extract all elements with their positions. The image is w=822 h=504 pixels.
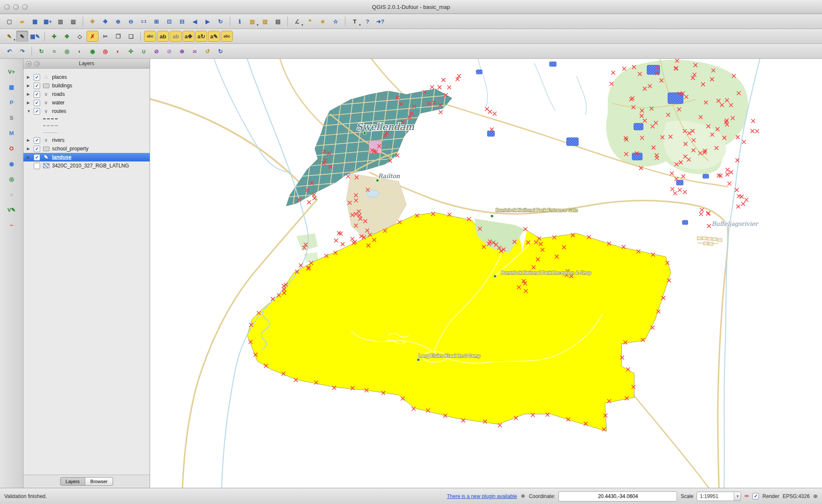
deselect-features-button[interactable]: ▧ — [259, 16, 271, 27]
rotate-point-symbols-button[interactable]: ↺ — [202, 46, 214, 57]
minimize-button[interactable] — [13, 4, 19, 10]
add-wms-layer-button[interactable]: ◉ — [5, 158, 18, 170]
pan-to-selection-button[interactable]: ✥ — [99, 16, 111, 27]
node-tool-button[interactable]: ◇ — [74, 31, 86, 42]
add-part-button[interactable]: ◐ — [74, 46, 86, 57]
rotate-feature-button[interactable]: ↻ — [35, 46, 47, 57]
cut-features-button[interactable]: ✂ — [99, 31, 111, 42]
select-features-button[interactable]: ▨▾ — [246, 16, 258, 27]
tab-browser[interactable]: Browser — [85, 477, 113, 486]
scale-combo[interactable]: 1:19951 ▾ — [697, 492, 741, 501]
add-spatialite-layer-button[interactable]: S — [5, 112, 18, 124]
expand-arrow-icon[interactable]: ▶ — [27, 84, 31, 88]
new-print-composer-button[interactable]: ▥ — [55, 16, 67, 27]
layer-item-roads[interactable]: ▶✓∨roads — [23, 90, 150, 98]
zoom-to-layer-button[interactable]: ⊟ — [176, 16, 188, 27]
render-checkbox[interactable]: ✓ — [753, 493, 759, 499]
stop-map-drawing-icon[interactable]: ✏ — [744, 493, 749, 499]
map-tips-button[interactable]: ❝ — [304, 16, 316, 27]
merge-attributes-button[interactable]: ≍ — [189, 46, 201, 57]
layer-visibility-checkbox[interactable]: ✓ — [34, 83, 40, 89]
label-toolbar-options-button[interactable]: abc — [221, 31, 233, 42]
identify-features-button[interactable]: ℹ — [234, 16, 246, 27]
zoom-next-button[interactable]: ▶ — [202, 16, 214, 27]
simplify-feature-button[interactable]: ≈ — [48, 46, 60, 57]
expand-arrow-icon[interactable]: ▶ — [27, 75, 31, 79]
reload-edits-button[interactable]: ↻ — [214, 46, 226, 57]
layer-visibility-checkbox[interactable] — [34, 163, 40, 169]
expand-arrow-icon[interactable]: ▶ — [27, 92, 31, 96]
split-parts-button[interactable]: ⊘ — [163, 46, 175, 57]
zoom-last-button[interactable]: ◀ — [189, 16, 201, 27]
project-open-button[interactable]: ▰ — [16, 16, 28, 27]
map-svg[interactable]: Swellendam Railton Bontebok National Par… — [150, 59, 822, 488]
zoom-to-selection-button[interactable]: ⊡ — [163, 16, 175, 27]
zoom-out-button[interactable]: ⊖ — [125, 16, 137, 27]
text-annotation-button[interactable]: T▾ — [349, 16, 361, 27]
zoom-native-button[interactable]: 1:1 — [138, 16, 150, 27]
project-save-button[interactable]: ▦ — [29, 16, 41, 27]
plugin-icon[interactable]: ❖ — [521, 493, 526, 499]
move-feature-button[interactable]: ✥ — [61, 31, 73, 42]
add-mssql-layer-button[interactable]: M — [5, 127, 18, 139]
add-oracle-layer-button[interactable]: O — [5, 142, 18, 154]
layer-item-3420C_2010_327_RGB_LATLNG[interactable]: 3420C_2010_327_RGB_LATLNG — [23, 161, 150, 170]
scale-dropdown-arrow[interactable]: ▾ — [734, 492, 741, 501]
expand-arrow-icon[interactable]: ▶ — [27, 155, 31, 159]
zoom-in-button[interactable]: ⊕ — [112, 16, 124, 27]
layer-item-buildings[interactable]: ▶✓buildings — [23, 81, 150, 90]
reshape-features-button[interactable]: ✣ — [125, 46, 137, 57]
expand-arrow-icon[interactable]: ▶ — [27, 138, 31, 142]
merge-features-button[interactable]: ⊕ — [176, 46, 188, 57]
open-attribute-table-button[interactable]: ▤ — [272, 16, 284, 27]
layer-visibility-checkbox[interactable]: ✓ — [34, 108, 40, 115]
new-shapefile-layer-button[interactable]: V✎ — [5, 204, 18, 216]
layer-item-landuse[interactable]: ▶✓✎landuse — [23, 153, 150, 161]
delete-selected-button[interactable]: ✗ — [87, 31, 98, 42]
toggle-editing-button[interactable]: ✎ — [16, 31, 28, 42]
add-raster-layer-button[interactable]: ▦ — [5, 81, 18, 93]
paste-features-button[interactable]: ❑ — [125, 31, 137, 42]
save-layer-edits-button[interactable]: ▦✎ — [29, 31, 41, 42]
new-bookmark-button[interactable]: ★ — [317, 16, 329, 27]
show-bookmarks-button[interactable]: ☆ — [330, 16, 342, 27]
pan-map-button[interactable]: ✥ — [87, 16, 98, 27]
layer-labeling-options-button[interactable]: abc — [144, 31, 156, 42]
float-panel-button[interactable]: ❐ — [34, 61, 40, 66]
measure-button[interactable]: ∠▾ — [291, 16, 303, 27]
current-edits-dropdown-arrow[interactable]: ▾ — [14, 38, 15, 42]
current-edits-button[interactable]: ✎▾ — [3, 31, 15, 42]
layer-visibility-checkbox[interactable]: ✓ — [34, 146, 40, 152]
fill-ring-button[interactable]: ◉ — [87, 46, 98, 57]
tab-layers[interactable]: Layers — [60, 477, 85, 486]
project-save-as-button[interactable]: ▦+ — [42, 16, 54, 27]
label-properties-button[interactable]: a✎ — [208, 31, 220, 42]
offset-curve-button[interactable]: ∪ — [138, 46, 150, 57]
whats-this-button[interactable]: ➜? — [374, 16, 386, 27]
layer-item-routes[interactable]: ▼✓∨routes — [23, 107, 150, 115]
map-canvas[interactable]: Swellendam Railton Bontebok National Par… — [150, 59, 822, 488]
text-annotation-dropdown-arrow[interactable]: ▾ — [359, 23, 361, 27]
plugin-available-link[interactable]: There is a new plugin available — [447, 493, 517, 499]
select-features-dropdown-arrow[interactable]: ▾ — [257, 23, 258, 27]
collapse-arrow-icon[interactable]: ▼ — [27, 109, 31, 113]
add-wfs-layer-button[interactable]: ○ — [5, 188, 18, 200]
label-move-button[interactable]: a✥ — [182, 31, 194, 42]
remove-layer-button[interactable]: − — [5, 219, 18, 231]
expand-arrow-icon[interactable]: ▶ — [27, 101, 31, 105]
layer-visibility-checkbox[interactable]: ✓ — [34, 91, 40, 98]
measure-dropdown-arrow[interactable]: ▾ — [301, 23, 303, 27]
delete-ring-button[interactable]: ◎ — [99, 46, 111, 57]
redo-button[interactable]: ↷ — [16, 46, 28, 57]
add-vector-layer-button[interactable]: V+ — [5, 66, 18, 78]
split-features-button[interactable]: ⊘ — [151, 46, 162, 57]
composer-manager-button[interactable]: ▧ — [67, 16, 79, 27]
add-ring-button[interactable]: ◎ — [61, 46, 73, 57]
label-pin-unpin-button[interactable]: ab — [157, 31, 169, 42]
copy-features-button[interactable]: ❐ — [112, 31, 124, 42]
close-button[interactable] — [4, 4, 10, 10]
add-feature-button[interactable]: ✚ — [48, 31, 60, 42]
zoom-full-button[interactable]: ⊞ — [151, 16, 162, 27]
delete-part-button[interactable]: ◐ — [112, 46, 124, 57]
close-panel-button[interactable]: ✕ — [26, 61, 32, 66]
